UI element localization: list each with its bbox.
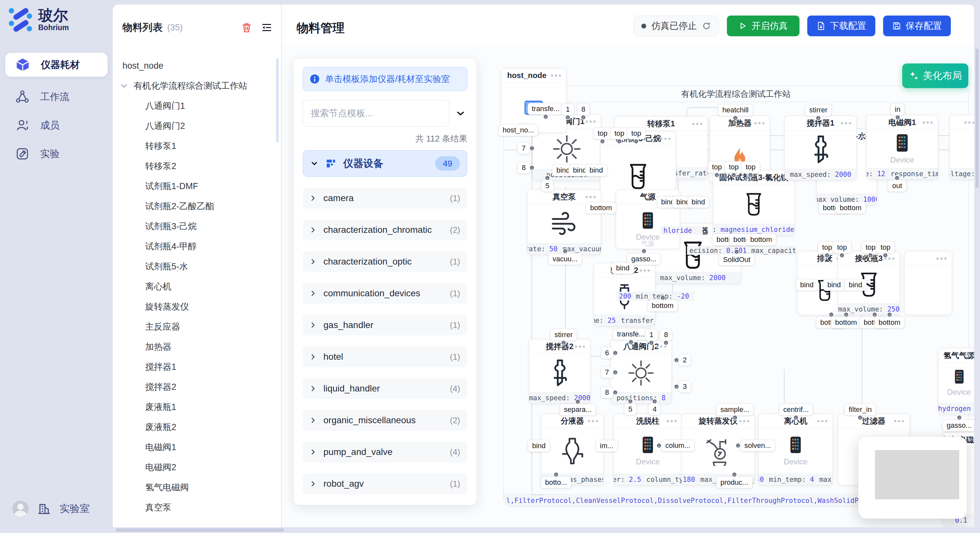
port-handle[interactable]: ‹	[824, 252, 830, 258]
node-搅拌器2[interactable]: 搅拌器2•••max_speed: 2000	[529, 339, 590, 404]
template-category-characterization_optic[interactable]: characterization_optic(1)	[303, 251, 467, 272]
tree-item-氢气电磁阀[interactable]: 氢气电磁阀	[113, 477, 279, 497]
download-config-button[interactable]: 下载配置	[807, 16, 875, 36]
port-handle[interactable]: ‹	[883, 252, 888, 258]
port-handle[interactable]: ›	[529, 165, 535, 171]
port-handle[interactable]: ‹	[731, 172, 737, 178]
trash-icon[interactable]	[241, 22, 252, 33]
node-menu-icon[interactable]: •••	[640, 263, 651, 278]
port-handle[interactable]: ›	[887, 312, 892, 317]
port-handle[interactable]: ›	[843, 312, 849, 317]
template-category-organic_miscellaneous[interactable]: organic_miscellaneous(2)	[303, 410, 467, 431]
port-handle[interactable]: ‹	[858, 415, 863, 420]
port-handle[interactable]: ›	[674, 384, 679, 390]
port-handle[interactable]: ›	[652, 399, 657, 404]
node-extracard[interactable]: •••	[904, 251, 952, 315]
port-handle[interactable]: ›	[894, 175, 900, 181]
node-menu-icon[interactable]: •••	[894, 414, 905, 428]
port-handle[interactable]: ›	[612, 351, 618, 356]
tree-item-试剂瓶3-己烷[interactable]: 试剂瓶3-己烷	[113, 216, 279, 236]
sidebar-footer[interactable]: 实验室	[0, 495, 113, 523]
port-handle[interactable]: ‹	[581, 115, 586, 120]
tree-item-旋转蒸发仪[interactable]: 旋转蒸发仪	[113, 297, 279, 317]
tree-item-真空泵[interactable]: 真空泵	[113, 497, 279, 517]
tree-item-转移泵1[interactable]: 转移泵1	[113, 136, 279, 156]
node-电磁阀1[interactable]: 电磁阀1•••Devicevoltage: 12response_time: 0…	[866, 115, 938, 180]
template-category-camera[interactable]: camera(1)	[303, 188, 467, 209]
port-handle[interactable]: ‹	[561, 340, 566, 346]
tree-item-废液瓶2[interactable]: 废液瓶2	[113, 417, 279, 437]
node-分液器[interactable]: 分液器•••volume: 250has_phases: true	[541, 414, 603, 485]
node-menu-icon[interactable]: •••	[739, 414, 751, 428]
port-handle[interactable]: ›	[674, 357, 679, 363]
tree-item-离心机[interactable]: 离心机	[113, 276, 279, 297]
tree-item-搅拌器1[interactable]: 搅拌器1	[113, 357, 279, 377]
avatar[interactable]	[12, 501, 29, 517]
sidebar-item-workflow[interactable]: 工作流	[5, 85, 108, 109]
port-handle[interactable]: ‹	[628, 339, 633, 345]
node-host_node[interactable]: host_node•••	[501, 68, 566, 133]
node-menu-icon[interactable]: •••	[666, 414, 678, 428]
simulation-status-pill[interactable]: 仿真已停止	[633, 16, 719, 36]
port-handle[interactable]: ›	[553, 472, 559, 477]
node-menu-icon[interactable]: •••	[585, 114, 597, 128]
node-真空泵[interactable]: 真空泵•••pump_rate: 50max_vacuum: 0.1	[527, 189, 601, 255]
start-simulation-button[interactable]: 开启仿真	[727, 16, 800, 36]
tree-item-八通阀门2[interactable]: 八通阀门2	[113, 116, 279, 136]
collapse-panel-chevron-icon[interactable]	[455, 108, 466, 119]
node-氢气气源[interactable]: 氢气气源•••Devicetype: hydrogenmax_pre	[938, 348, 975, 414]
port-handle[interactable]: ›	[612, 370, 618, 375]
sidebar-item-experiments[interactable]: 实验	[5, 142, 108, 166]
template-category-communication_devices[interactable]: communication_devices(1)	[303, 283, 467, 304]
sidebar-item-instruments[interactable]: 仪器耗材	[5, 53, 108, 77]
port-handle[interactable]: ‹	[633, 139, 639, 144]
tree-item-八通阀门1[interactable]: 八通阀门1	[113, 96, 279, 116]
template-category-characterization_chromatic[interactable]: characterization_chromatic(2)	[303, 219, 467, 240]
chevron-down-icon[interactable]	[120, 82, 128, 90]
node-menu-icon[interactable]: •••	[587, 414, 599, 428]
tree-item-电磁阀2[interactable]: 电磁阀2	[113, 457, 279, 477]
port-handle[interactable]: ›	[641, 248, 646, 254]
save-config-button[interactable]: 保存配置	[883, 16, 951, 36]
node-八通阀门2[interactable]: 八通阀门2•••positions: 8	[610, 339, 672, 404]
node-menu-icon[interactable]: •••	[922, 115, 934, 130]
port-handle[interactable]: ›	[562, 248, 568, 254]
tree-item-主反应器[interactable]: 主反应器	[113, 317, 279, 337]
template-category-hotel[interactable]: hotel(1)	[303, 346, 467, 367]
port-handle[interactable]: ‹	[543, 114, 548, 119]
collapse-list-icon[interactable]	[261, 22, 272, 33]
tree-item-废液瓶1[interactable]: 废液瓶1	[113, 397, 279, 417]
search-template-input[interactable]	[303, 100, 449, 127]
port-handle[interactable]: ‹	[733, 115, 738, 121]
tree-item-试剂瓶5-水[interactable]: 试剂瓶5-水	[113, 257, 279, 276]
tree-item-转移泵2[interactable]: 转移泵2	[113, 156, 279, 176]
port-handle[interactable]: ‹	[839, 252, 845, 258]
node-menu-icon[interactable]: •••	[817, 414, 829, 428]
template-category-gas_handler[interactable]: gas_handler(1)	[303, 315, 467, 335]
port-handle[interactable]: ‹	[793, 415, 799, 420]
tree-item-试剂瓶2-乙酸乙酯[interactable]: 试剂瓶2-乙酸乙酯	[113, 196, 279, 216]
port-handle[interactable]: ‹	[565, 115, 571, 120]
port-handle[interactable]: ‹	[617, 139, 622, 144]
port-handle[interactable]: ‹	[663, 340, 669, 346]
port-handle[interactable]: ‹	[714, 172, 720, 178]
port-handle[interactable]: ›	[575, 399, 581, 405]
node-menu-icon[interactable]: •••	[964, 348, 975, 363]
refresh-icon[interactable]	[702, 21, 711, 30]
node-menu-icon[interactable]: •••	[550, 68, 562, 82]
node-menu-icon[interactable]: •••	[574, 339, 586, 354]
beautify-layout-button[interactable]: 美化布局	[902, 63, 968, 88]
node-搅拌器1[interactable]: 搅拌器1•••max_speed: 2000	[784, 116, 856, 180]
tree-item-电磁阀1[interactable]: 电磁阀1	[113, 437, 279, 457]
port-handle[interactable]: ‹	[600, 139, 605, 144]
port-handle[interactable]: ‹	[649, 340, 654, 346]
sidebar-item-members[interactable]: 成员	[5, 113, 108, 137]
port-handle[interactable]: ‹	[868, 252, 873, 258]
port-handle[interactable]: ‹	[895, 115, 900, 120]
port-handle[interactable]: ‹	[748, 172, 754, 178]
node-menu-icon[interactable]: •••	[692, 117, 703, 131]
template-category-pump_and_valve[interactable]: pump_and_valve(4)	[303, 442, 467, 462]
tree-item-试剂瓶4-甲醇[interactable]: 试剂瓶4-甲醇	[113, 236, 279, 257]
node-menu-icon[interactable]: •••	[754, 116, 766, 130]
tree-item-有机化学流程综合测试工作站[interactable]: 有机化学流程综合测试工作站	[113, 76, 279, 96]
